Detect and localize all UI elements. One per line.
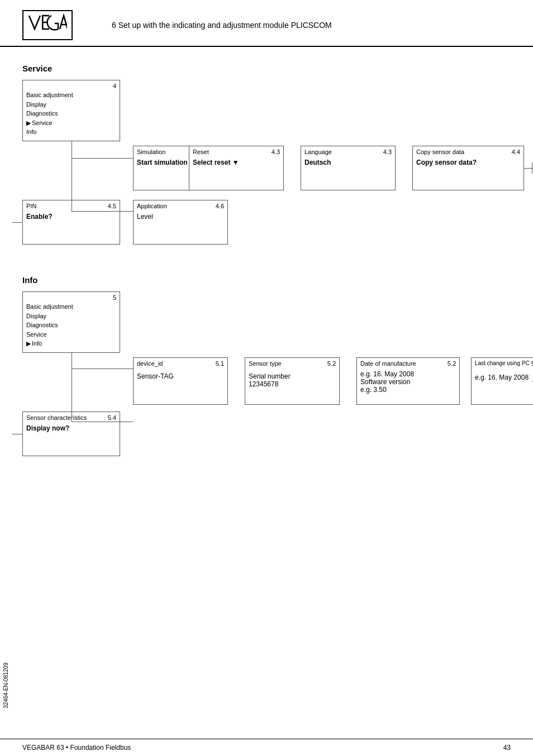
- info-main-menu: 5 Basic adjustment Display Diagnostics S…: [22, 291, 120, 353]
- device-id-number: 5.1: [216, 360, 224, 367]
- info-menu-item-basic: Basic adjustment: [26, 302, 116, 312]
- date-manufacture-line3: e.g. 3.50: [360, 386, 456, 394]
- header-title: 6 Set up with the indicating and adjustm…: [112, 21, 332, 30]
- service-diagram: 4 Basic adjustment Display Diagnostics ▶…: [22, 80, 511, 259]
- application-number: 4.6: [216, 203, 224, 209]
- reset-number: 4.3: [272, 149, 280, 155]
- footer-right: 43: [503, 744, 511, 752]
- page-header: 6 Set up with the indicating and adjustm…: [0, 0, 533, 47]
- date-manufacture-number: 5.2: [448, 360, 456, 367]
- device-id-title: device_id: [137, 360, 163, 367]
- last-change-value: e.g. 16. May 2008: [475, 374, 533, 381]
- copy-sensor-content: Copy sensor data?: [413, 156, 524, 171]
- device-id-sensor-tag: Sensor-TAG: [137, 372, 224, 380]
- info-menu-items: Basic adjustment Display Diagnostics Ser…: [23, 302, 120, 352]
- application-title: Application: [137, 203, 167, 209]
- logo-area: [22, 10, 73, 40]
- sensor-char-value: Display now?: [26, 424, 116, 432]
- device-id-box: device_id 5.1 Sensor-TAG: [133, 357, 228, 405]
- info-menu-item-diagnostics: Diagnostics: [26, 320, 116, 330]
- info-diagram: 5 Basic adjustment Display Diagnostics S…: [22, 291, 511, 448]
- date-manufacture-box: Date of manufacture 5.2 e.g. 16. May 200…: [356, 357, 460, 405]
- sensor-type-number: 5.2: [327, 360, 336, 367]
- date-manufacture-line1: e.g. 16. May 2008: [360, 370, 456, 378]
- main-content: Service 4 Basic adjustment Display Diagn…: [0, 58, 533, 476]
- copy-sensor-number: 4.4: [512, 149, 520, 155]
- language-content: Deutsch: [301, 156, 395, 171]
- info-menu-item-info: ▶Info: [26, 339, 116, 348]
- service-main-menu: 4 Basic adjustment Display Diagnostics ▶…: [22, 80, 120, 141]
- service-heading: Service: [22, 64, 511, 73]
- sensor-type-serial-value: 12345678: [249, 380, 336, 388]
- sensor-type-title: Sensor type: [249, 360, 282, 367]
- copy-sensor-box: Copy sensor data 4.4 Copy sensor data?: [412, 146, 524, 190]
- reset-title: Reset: [193, 149, 209, 155]
- menu-item-basic: Basic adjustment: [26, 90, 116, 100]
- menu-item-diagnostics: Diagnostics: [26, 109, 116, 118]
- service-menu-items: Basic adjustment Display Diagnostics ▶Se…: [23, 90, 120, 140]
- pin-title: PIN: [26, 203, 36, 209]
- footer-left: VEGABAR 63 • Foundation Fieldbus: [22, 744, 131, 752]
- simulation-title: Simulation: [137, 149, 165, 155]
- menu-item-service: ▶Service: [26, 118, 116, 128]
- last-change-box: Last change using PC 5.3 e.g. 16. May 20…: [471, 357, 533, 405]
- reset-value: Select reset ▼: [193, 159, 280, 166]
- info-heading: Info: [22, 275, 511, 285]
- info-menu-item-service2: Service: [26, 330, 116, 339]
- sensor-type-content: Serial number 12345678: [245, 368, 339, 393]
- copy-sensor-title: Copy sensor data: [416, 149, 464, 155]
- sensor-type-serial-label: Serial number: [249, 372, 336, 380]
- info-main-menu-number: 5: [113, 294, 116, 301]
- application-value: Level: [137, 213, 224, 221]
- pin-value: Enable?: [26, 213, 116, 221]
- page-footer: VEGABAR 63 • Foundation Fieldbus 43: [0, 739, 533, 756]
- language-title: Language: [304, 149, 332, 155]
- menu-item-display: Display: [26, 100, 116, 109]
- language-number: 4.3: [383, 149, 392, 155]
- info-menu-item-display: Display: [26, 312, 116, 321]
- copy-sensor-value: Copy sensor data?: [416, 159, 520, 166]
- sensor-char-title: Sensor characteristics: [26, 414, 87, 421]
- last-change-content: e.g. 16. May 2008: [472, 368, 533, 386]
- reset-box: Reset 4.3 Select reset ▼: [189, 146, 284, 190]
- language-value: Deutsch: [304, 159, 392, 166]
- menu-item-info: Info: [26, 127, 116, 137]
- sidebar-text: 32464-EN-081209: [3, 663, 9, 709]
- application-box: Application 4.6 Level: [133, 200, 228, 245]
- sensor-char-number: 5.4: [108, 414, 116, 421]
- pin-content: Enable?: [23, 210, 120, 225]
- date-manufacture-line2: Software version: [360, 378, 456, 386]
- service-main-menu-number: 4: [113, 83, 116, 89]
- sensor-type-box: Sensor type 5.2 Serial number 12345678: [245, 357, 340, 405]
- language-box: Language 4.3 Deutsch: [301, 146, 396, 190]
- reset-content: Select reset ▼: [189, 156, 283, 171]
- date-manufacture-title: Date of manufacture: [360, 360, 416, 367]
- last-change-title: Last change using PC: [475, 360, 530, 367]
- date-manufacture-content: e.g. 16. May 2008 Software version e.g. …: [357, 368, 459, 398]
- sensor-char-content: Display now?: [23, 422, 120, 437]
- application-content: Level: [134, 210, 227, 225]
- logo: [22, 10, 73, 40]
- pin-number: 4.5: [108, 203, 116, 209]
- device-id-content: Sensor-TAG: [134, 368, 227, 385]
